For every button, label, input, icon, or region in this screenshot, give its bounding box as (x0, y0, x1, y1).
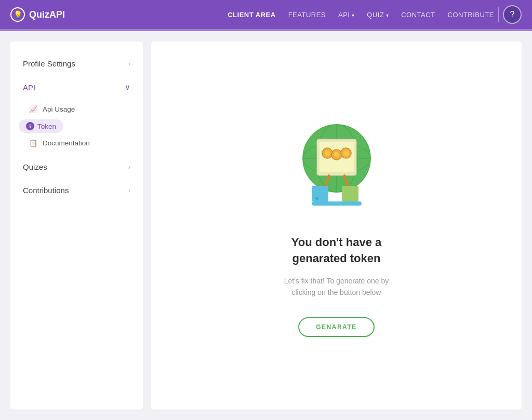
nav-item-contact[interactable]: CONTACT (401, 10, 435, 19)
chevron-right-icon: › (128, 60, 130, 67)
empty-state-subtitle: Let's fix that! To generate one by click… (284, 275, 389, 299)
brand-logo[interactable]: 💡 QuizAPI (10, 7, 65, 22)
svg-point-9 (324, 150, 330, 156)
sidebar: Profile Settings › API ∨ 📈 Api Usage ℹ T (10, 42, 143, 410)
api-sub-items: 📈 Api Usage ℹ Token 📋 Documentation (10, 99, 143, 155)
empty-subtitle-line2: clicking on the button below (291, 288, 381, 296)
nav-item-client-area[interactable]: CLIENT AREA (228, 10, 275, 19)
svg-rect-18 (342, 186, 358, 201)
navbar: 💡 QuizAPI CLIENT AREA FEATURES API QUIZ … (0, 0, 532, 29)
sidebar-item-profile-settings[interactable]: Profile Settings › (10, 52, 143, 75)
nav-link-api[interactable]: API (338, 11, 354, 19)
brand-name: QuizAPI (29, 9, 65, 20)
nav-link-quiz[interactable]: QUIZ (367, 11, 389, 19)
user-avatar[interactable]: ? (503, 5, 522, 24)
profile-settings-label: Profile Settings (23, 59, 75, 68)
nav-link-client-area[interactable]: CLIENT AREA (228, 11, 275, 19)
book-icon: 📋 (29, 139, 37, 147)
empty-title-line1: You don't have a (291, 236, 382, 249)
nav-item-quiz[interactable]: QUIZ (367, 10, 389, 19)
nav-link-contact[interactable]: CONTACT (401, 11, 435, 19)
svg-point-13 (343, 150, 349, 156)
empty-title-line2: genarated token (292, 252, 381, 265)
content-area: You don't have a genarated token Let's f… (151, 42, 522, 410)
nav-link-features[interactable]: FEATURES (288, 11, 326, 19)
token-label: Token (37, 123, 56, 130)
svg-rect-16 (312, 186, 328, 201)
brand-icon: 💡 (10, 7, 25, 22)
svg-point-17 (315, 197, 318, 200)
empty-subtitle-line1: Let's fix that! To generate one by (284, 277, 389, 285)
main-layout: Profile Settings › API ∨ 📈 Api Usage ℹ T (0, 31, 532, 420)
empty-state-illustration (285, 114, 389, 218)
sidebar-item-api-usage[interactable]: 📈 Api Usage (10, 101, 143, 117)
chevron-down-icon: ∨ (125, 83, 130, 92)
nav-links: CLIENT AREA FEATURES API QUIZ CONTACT CO… (228, 10, 494, 19)
generate-button[interactable]: GENARATE (298, 317, 374, 337)
svg-point-11 (334, 152, 340, 158)
chart-icon: 📈 (29, 105, 37, 113)
chevron-right-icon-quizes: › (128, 163, 130, 171)
sidebar-item-api: API ∨ 📈 Api Usage ℹ Token 📋 (10, 75, 143, 155)
sidebar-item-token[interactable]: ℹ Token (19, 119, 63, 133)
chevron-right-icon-contributions: › (128, 186, 130, 194)
nav-link-contribute[interactable]: CONTRIBUTE (448, 11, 495, 19)
nav-item-contribute[interactable]: CONTRIBUTE (448, 10, 495, 19)
api-usage-label: Api Usage (43, 105, 75, 113)
documentation-label: Documentation (43, 139, 90, 147)
sidebar-item-documentation[interactable]: 📋 Documentation (10, 135, 143, 151)
token-wrapper: ℹ Token (10, 117, 143, 135)
quizes-label: Quizes (23, 162, 47, 171)
contributions-label: Contributions (23, 186, 69, 195)
api-header[interactable]: API ∨ (10, 75, 143, 99)
svg-rect-19 (312, 201, 362, 206)
empty-state-title: You don't have a genarated token (291, 235, 382, 267)
nav-divider (498, 7, 499, 22)
info-icon: ℹ (26, 122, 34, 130)
sidebar-item-quizes[interactable]: Quizes › (10, 155, 143, 179)
nav-item-api[interactable]: API (338, 10, 354, 19)
api-label: API (23, 83, 35, 92)
sidebar-item-contributions[interactable]: Contributions › (10, 179, 143, 202)
nav-item-features[interactable]: FEATURES (288, 10, 326, 19)
